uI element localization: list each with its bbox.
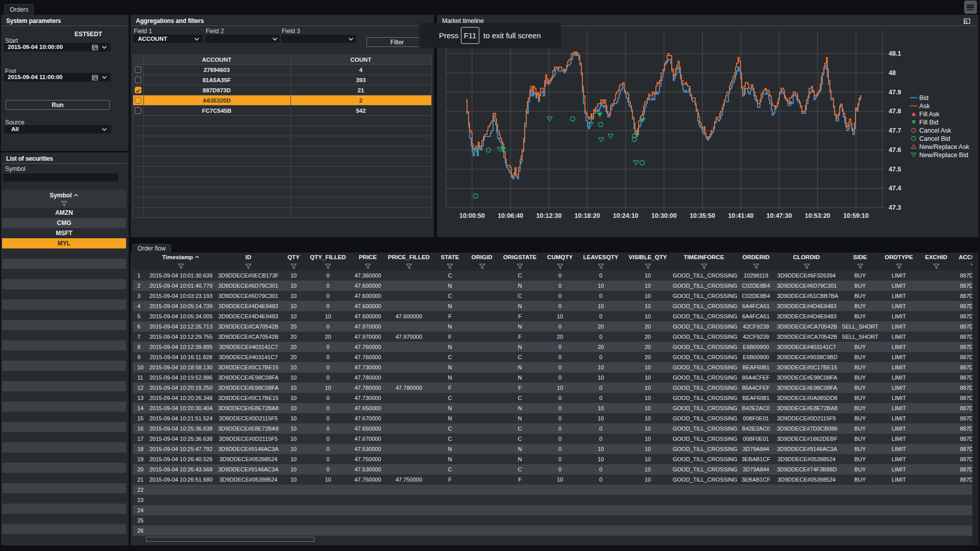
svg-text:Ask: Ask	[919, 103, 930, 110]
svg-text:47.6: 47.6	[889, 146, 901, 154]
svg-text:47.8: 47.8	[889, 108, 901, 115]
svg-text:47.7: 47.7	[889, 127, 901, 134]
svg-text:47.4: 47.4	[889, 185, 901, 192]
svg-text:10:53:20: 10:53:20	[805, 212, 830, 219]
svg-text:10:00:50: 10:00:50	[459, 212, 485, 219]
svg-text:47.5: 47.5	[889, 166, 901, 173]
svg-text:10:47:30: 10:47:30	[767, 212, 792, 219]
svg-text:New/Replace Ask: New/Replace Ask	[919, 143, 970, 151]
svg-text:10:06:40: 10:06:40	[498, 212, 523, 219]
svg-text:48.1: 48.1	[889, 50, 901, 57]
svg-text:48: 48	[889, 69, 896, 77]
svg-text:47.9: 47.9	[889, 89, 901, 96]
svg-text:47.3: 47.3	[889, 204, 901, 211]
svg-text:Cancel Ask: Cancel Ask	[919, 127, 951, 134]
svg-text:Fill Bid: Fill Bid	[919, 119, 939, 126]
svg-text:10:12:30: 10:12:30	[536, 212, 561, 219]
svg-text:Bid: Bid	[919, 94, 928, 102]
svg-text:10:30:00: 10:30:00	[651, 212, 677, 219]
svg-text:10:24:10: 10:24:10	[613, 212, 639, 219]
svg-text:10:59:10: 10:59:10	[843, 212, 869, 219]
svg-text:New/Replace Bid: New/Replace Bid	[919, 152, 968, 159]
svg-text:10:18:20: 10:18:20	[575, 212, 600, 219]
svg-text:Cancel Bid: Cancel Bid	[919, 135, 950, 142]
svg-text:Fill Ask: Fill Ask	[919, 111, 940, 118]
svg-text:10:41:40: 10:41:40	[728, 212, 753, 219]
svg-text:10:35:50: 10:35:50	[690, 212, 715, 219]
